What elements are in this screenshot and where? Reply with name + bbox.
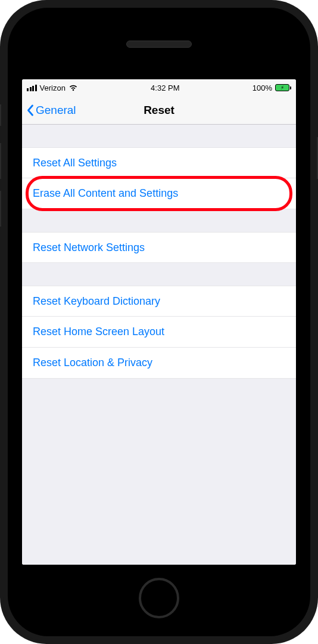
settings-content: Reset All Settings Erase All Content and…	[22, 125, 296, 565]
reset-keyboard-dictionary-row[interactable]: Reset Keyboard Dictionary	[22, 286, 296, 317]
volume-down-button	[0, 191, 1, 227]
screen: Verizon 4:32 PM 100% ⚡︎	[22, 79, 296, 565]
row-label: Reset Network Settings	[33, 242, 145, 254]
wifi-icon	[68, 84, 78, 91]
reset-home-screen-layout-row[interactable]: Reset Home Screen Layout	[22, 317, 296, 348]
back-button[interactable]: General	[22, 104, 76, 117]
erase-all-content-row[interactable]: Erase All Content and Settings	[22, 178, 296, 209]
settings-group: Reset Keyboard Dictionary Reset Home Scr…	[22, 286, 296, 379]
settings-group: Reset Network Settings	[22, 232, 296, 263]
battery-icon: ⚡︎	[275, 84, 291, 91]
status-time: 4:32 PM	[151, 83, 179, 92]
row-label: Reset Home Screen Layout	[33, 326, 164, 338]
phone-frame: Verizon 4:32 PM 100% ⚡︎	[0, 0, 318, 644]
row-label: Erase All Content and Settings	[33, 187, 178, 200]
reset-network-settings-row[interactable]: Reset Network Settings	[22, 232, 296, 263]
settings-group: Reset All Settings Erase All Content and…	[22, 147, 296, 209]
reset-location-privacy-row[interactable]: Reset Location & Privacy	[22, 348, 296, 379]
carrier-label: Verizon	[40, 83, 66, 92]
navigation-bar: General Reset	[22, 96, 296, 125]
reset-all-settings-row[interactable]: Reset All Settings	[22, 147, 296, 178]
chevron-left-icon	[26, 104, 35, 116]
home-button[interactable]	[139, 578, 179, 618]
volume-up-button	[0, 143, 1, 179]
earpiece-speaker	[126, 41, 192, 48]
back-label: General	[36, 104, 76, 117]
row-label: Reset All Settings	[33, 157, 117, 169]
battery-percent-label: 100%	[252, 83, 272, 92]
row-label: Reset Location & Privacy	[33, 357, 152, 369]
cellular-signal-icon	[27, 85, 37, 91]
row-label: Reset Keyboard Dictionary	[33, 295, 160, 308]
status-bar: Verizon 4:32 PM 100% ⚡︎	[22, 79, 296, 96]
mute-switch	[0, 104, 1, 126]
